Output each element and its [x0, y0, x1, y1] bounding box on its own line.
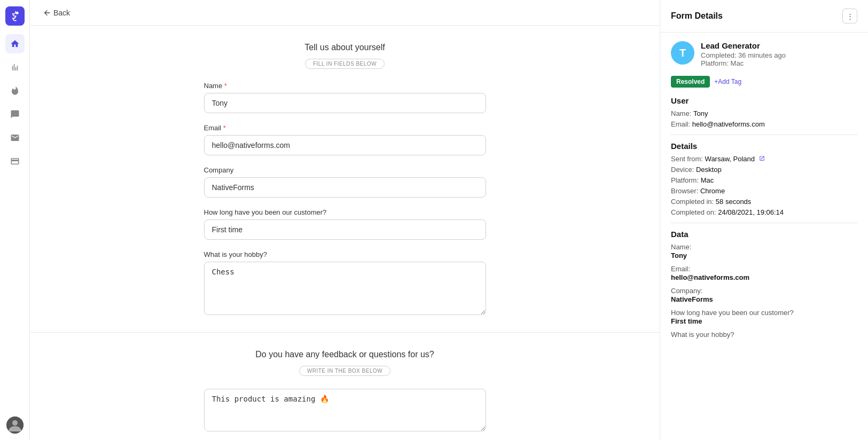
form-section-1: Tell us about yourself FILL IN FIELDS BE… [30, 26, 660, 333]
name-field[interactable] [204, 93, 486, 113]
feedback-field[interactable]: This product is amazing 🔥 [204, 389, 486, 431]
submission-info: T Lead Generator Completed: 36 minutes a… [671, 41, 857, 67]
name-required-marker: * [224, 82, 227, 90]
submission-platform: Platform: Mac [701, 59, 857, 67]
resolved-badge: Resolved [671, 76, 710, 88]
hobby-label: What is your hobby? [204, 250, 486, 258]
completed-in-value: 58 seconds [716, 198, 752, 206]
data-section-title: Data [671, 230, 857, 239]
sidebar-item-card[interactable] [5, 152, 25, 171]
submission-completed: Completed: 36 minutes ago [701, 51, 857, 59]
user-email-row: Email: hello@nativeforms.com [671, 120, 857, 128]
completed-on-value: 24/08/2021, 19:06:14 [718, 208, 784, 216]
svg-point-2 [12, 420, 18, 426]
main-area: Back Tell us about yourself FILL IN FIEL… [30, 0, 660, 440]
field-group-customer-duration: How long have you been our customer? [204, 208, 486, 240]
device-value: Desktop [696, 166, 722, 174]
topbar: Back [30, 0, 660, 26]
field-group-company: Company [204, 166, 486, 198]
divider-2 [671, 223, 857, 223]
field-group-email: Email * [204, 124, 486, 155]
details-section-title: Details [671, 142, 857, 151]
section1-badge-wrap: FILL IN FIELDS BELOW [30, 59, 660, 69]
section1-badge: FILL IN FIELDS BELOW [305, 59, 385, 69]
data-field-customer-duration: How long have you been our customer? Fir… [671, 309, 857, 325]
app-logo[interactable] [5, 6, 25, 26]
panel-body: T Lead Generator Completed: 36 minutes a… [660, 33, 868, 352]
completed-in-row: Completed in: 58 seconds [671, 198, 857, 206]
svg-point-0 [15, 12, 18, 14]
field-group-name: Name * [204, 82, 486, 113]
sent-from-value: Warsaw, Poland [705, 155, 765, 163]
user-email-value: hello@nativeforms.com [692, 120, 765, 128]
sidebar [0, 0, 30, 440]
panel-title: Form Details [671, 11, 723, 21]
customer-duration-label: How long have you been our customer? [204, 208, 486, 216]
browser-row: Browser: Chrome [671, 187, 857, 195]
user-name-row: Name: Tony [671, 109, 857, 117]
browser-value: Chrome [700, 187, 725, 195]
user-section-title: User [671, 96, 857, 105]
sidebar-item-fire[interactable] [5, 81, 25, 100]
divider-1 [671, 135, 857, 135]
sidebar-item-home[interactable] [5, 34, 25, 53]
device-row: Device: Desktop [671, 166, 857, 174]
right-panel: Form Details ⋮ T Lead Generator Complete… [660, 0, 868, 440]
hobby-field[interactable]: Chess [204, 262, 486, 315]
add-tag-button[interactable]: +Add Tag [714, 78, 741, 85]
tags-row: Resolved +Add Tag [671, 76, 857, 88]
completed-on-row: Completed on: 24/08/2021, 19:06:14 [671, 208, 857, 216]
sidebar-item-chat[interactable] [5, 105, 25, 124]
section1-title: Tell us about yourself [30, 43, 660, 52]
company-field[interactable] [204, 177, 486, 198]
form-section-2: Do you have any feedback or questions fo… [30, 333, 660, 440]
form-fields-group: Name * Email * Company [196, 82, 495, 315]
platform-info-row: Platform: Mac [671, 176, 857, 184]
form-scroll-area: Tell us about yourself FILL IN FIELDS BE… [30, 26, 660, 440]
sidebar-item-email[interactable] [5, 128, 25, 147]
submission-form-name: Lead Generator [701, 41, 857, 50]
sidebar-item-analytics[interactable] [5, 58, 25, 77]
data-field-name: Name: Tony [671, 243, 857, 260]
email-field[interactable] [204, 135, 486, 155]
user-name-value: Tony [693, 109, 708, 117]
data-field-company: Company: NativeForms [671, 287, 857, 303]
submission-avatar: T [671, 41, 694, 65]
back-label: Back [53, 9, 70, 17]
user-avatar[interactable] [6, 417, 24, 434]
email-label: Email * [204, 124, 486, 132]
customer-duration-field[interactable] [204, 219, 486, 240]
section2-title: Do you have any feedback or questions fo… [30, 350, 660, 359]
panel-header: Form Details ⋮ [660, 0, 868, 33]
data-field-hobby: What is your hobby? [671, 331, 857, 339]
sent-from-row: Sent from: Warsaw, Poland [671, 155, 857, 163]
email-required-marker: * [223, 124, 226, 132]
field-group-hobby: What is your hobby? Chess [204, 250, 486, 315]
panel-menu-button[interactable]: ⋮ [842, 9, 857, 23]
name-label: Name * [204, 82, 486, 90]
section2-badge-wrap: WRITE IN THE BOX BELOW [30, 366, 660, 376]
back-button[interactable]: Back [43, 9, 70, 17]
external-link-icon[interactable] [759, 155, 765, 161]
company-label: Company [204, 166, 486, 174]
submission-meta: Lead Generator Completed: 36 minutes ago… [701, 41, 857, 67]
section2-fields: This product is amazing 🔥 [196, 389, 495, 431]
section2-badge: WRITE IN THE BOX BELOW [299, 366, 390, 376]
platform-info-value: Mac [701, 176, 714, 184]
data-field-email: Email: hello@nativeforms.com [671, 265, 857, 281]
